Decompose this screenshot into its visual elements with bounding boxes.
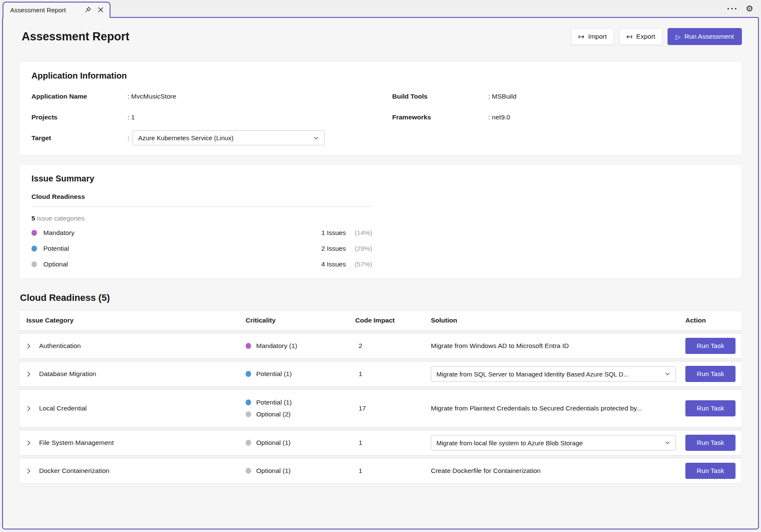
tab-assessment-report[interactable]: Assessment Report (3, 2, 110, 18)
criticality-dot-icon (246, 411, 251, 417)
criticality-item: Potential (1) (246, 370, 354, 378)
criticality-item: Optional (1) (246, 439, 354, 447)
criticality-dot-icon (246, 440, 251, 446)
expand-chevron-icon[interactable] (25, 439, 32, 446)
panel-header: Assessment Report ↦ Import ↤ Export ▷ Ru… (3, 18, 758, 45)
column-header-solution: Solution (431, 317, 685, 324)
row-divider (20, 386, 741, 390)
criticality-dot-icon (246, 343, 251, 349)
field-value: : 1 (127, 113, 135, 121)
column-header-code-impact: Code Impact (354, 317, 431, 324)
criticality-label: Potential (1) (256, 370, 292, 378)
code-impact-value: 1 (355, 467, 362, 474)
target-dropdown[interactable]: Azure Kubernetes Service (Linux) (133, 130, 325, 145)
cloud-readiness-subtitle: Cloud Readiness (31, 193, 730, 201)
legend-percent: (57%) (346, 260, 372, 268)
import-icon: ↦ (578, 33, 584, 40)
solution-dropdown-value: Migrate from SQL Server to Managed Ident… (436, 371, 628, 378)
app-info-right: Build Tools : MSBuild Frameworks : net9.… (392, 86, 730, 148)
run-task-button[interactable]: Run Task (685, 463, 736, 479)
table-header-row: Issue Category Criticality Code Impact S… (20, 311, 741, 330)
legend-name: Mandatory (43, 229, 303, 237)
run-task-button[interactable]: Run Task (685, 338, 736, 354)
column-header-action: Action (685, 317, 741, 324)
legend-count: 1 Issues (303, 229, 346, 237)
criticality-cell: Mandatory (1) (246, 342, 354, 350)
chevron-down-icon (313, 135, 319, 141)
code-impact-value: 17 (355, 405, 366, 412)
cloud-readiness-heading: Cloud Readiness (5) (20, 292, 742, 303)
column-header-issue-category: Issue Category (20, 317, 246, 324)
tab-title: Assessment Report (10, 6, 79, 14)
application-information-title: Application Information (31, 71, 730, 81)
tab-bar: Assessment Report ··· ⚙ (0, 0, 761, 17)
issue-category-label: Authentication (39, 342, 81, 350)
solution-dropdown-value: Migrate from local file system to Azure … (436, 439, 583, 447)
row-divider (20, 330, 741, 334)
table-body: Authentication Mandatory (1) 2 Migrate f… (20, 330, 741, 487)
solution-cell: Create Dockerfile for Containerization (431, 467, 685, 475)
criticality-dot-icon (246, 399, 251, 405)
solution-cell: Migrate from local file system to Azure … (431, 435, 685, 450)
import-button[interactable]: ↦ Import (571, 28, 614, 45)
criticality-dot-icon (246, 371, 251, 377)
criticality-label: Potential (1) (256, 399, 292, 406)
legend-row: Mandatory 1 Issues (14%) (31, 225, 372, 241)
run-task-button[interactable]: Run Task (685, 400, 736, 416)
run-task-button[interactable]: Run Task (685, 435, 736, 451)
close-icon[interactable] (97, 6, 105, 14)
criticality-dot-icon (246, 468, 251, 474)
issue-category-label: Docker Containerization (39, 467, 109, 475)
run-assessment-button[interactable]: ▷ Run Assessment (668, 28, 742, 45)
criticality-label: Optional (1) (256, 467, 291, 475)
expand-chevron-icon[interactable] (25, 371, 32, 377)
criticality-item: Optional (1) (246, 467, 354, 475)
issue-categories-line: 5 issue categories (31, 215, 730, 222)
legend-name: Potential (43, 245, 303, 252)
legend-name: Optional (43, 260, 303, 268)
row-divider (20, 455, 741, 458)
run-assessment-label: Run Assessment (685, 33, 734, 40)
cloud-readiness-table: Issue Category Criticality Code Impact S… (19, 310, 742, 487)
chevron-down-icon (665, 371, 670, 377)
field-label: Application Name (31, 93, 127, 100)
issue-summary-legend: Mandatory 1 Issues (14%) Potential 2 Iss… (31, 225, 372, 272)
field-label: Frameworks (392, 113, 488, 121)
criticality-dot-icon (31, 230, 37, 236)
more-options-icon[interactable]: ··· (727, 4, 738, 13)
field-label: Build Tools (392, 93, 488, 100)
header-buttons: ↦ Import ↤ Export ▷ Run Assessment (571, 28, 742, 45)
expand-chevron-icon[interactable] (25, 467, 32, 474)
solution-dropdown[interactable]: Migrate from SQL Server to Managed Ident… (431, 366, 676, 382)
code-impact-value: 1 (355, 370, 362, 377)
chevron-down-icon (665, 440, 670, 446)
legend-row: Potential 2 Issues (29%) (31, 241, 372, 256)
criticality-item: Optional (2) (246, 410, 354, 418)
table-row: Local Credential Potential (1) Optional … (20, 390, 741, 427)
solution-cell: Migrate from SQL Server to Managed Ident… (431, 366, 685, 382)
field-colon: : (127, 134, 129, 142)
expand-chevron-icon[interactable] (25, 405, 32, 412)
app-info-left: Application Name : MvcMusicStore Project… (31, 86, 392, 148)
solution-cell: Migrate from Windows AD to Microsoft Ent… (431, 342, 685, 350)
table-row: Database Migration Potential (1) 1 Migra… (20, 362, 741, 386)
criticality-item: Mandatory (1) (246, 342, 354, 350)
legend-percent: (29%) (346, 245, 372, 252)
import-button-label: Import (588, 33, 607, 40)
field-value: : MSBuild (488, 93, 516, 100)
app-info-field-row: Build Tools : MSBuild (392, 86, 730, 107)
application-information-card: Application Information Application Name… (19, 61, 742, 156)
criticality-cell: Potential (1) (246, 370, 354, 378)
issue-summary-title: Issue Summary (31, 174, 730, 184)
pin-icon[interactable] (84, 6, 92, 14)
solution-dropdown[interactable]: Migrate from local file system to Azure … (431, 435, 676, 450)
window-actions: ··· ⚙ (727, 0, 761, 17)
criticality-cell: Potential (1) Optional (2) (246, 399, 354, 418)
legend-percent: (14%) (346, 229, 372, 237)
expand-chevron-icon[interactable] (25, 342, 32, 349)
run-task-button[interactable]: Run Task (685, 366, 736, 382)
settings-gear-icon[interactable]: ⚙ (746, 4, 753, 13)
criticality-dot-icon (31, 246, 37, 252)
export-button[interactable]: ↤ Export (619, 28, 662, 45)
code-impact-value: 2 (355, 342, 362, 349)
